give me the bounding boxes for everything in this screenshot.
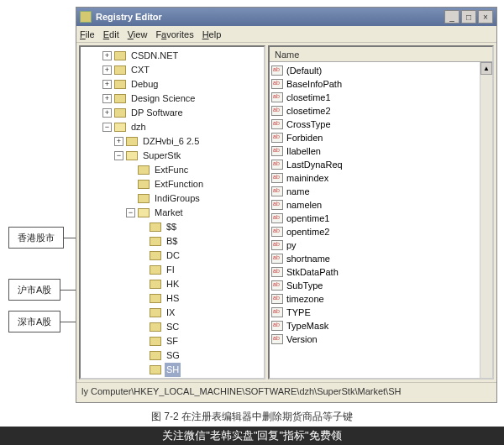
tree-node-HS[interactable]: HS	[82, 291, 264, 306]
list-item[interactable]: namelen	[271, 198, 491, 212]
tree-label: SZ	[165, 377, 180, 380]
tree-label: ExtFunc	[153, 163, 190, 177]
value-icon	[271, 186, 283, 196]
tree-node-SH[interactable]: SH	[82, 363, 264, 377]
tree-node-ExtFunc[interactable]: ExtFunc	[82, 163, 264, 177]
scrollbar-vertical[interactable]: ▲	[480, 62, 492, 378]
value-name: namelen	[286, 200, 322, 210]
list-pane: Name (Default)BaseInfoPathclosetime1clos…	[268, 45, 494, 380]
tree-node-SZ[interactable]: SZ	[82, 377, 264, 380]
menu-help[interactable]: Help	[202, 29, 222, 39]
list-item[interactable]: py	[271, 238, 491, 252]
value-icon	[271, 334, 283, 344]
value-name: opentime2	[286, 227, 329, 237]
value-name: SubType	[286, 280, 323, 291]
tree-node-SG[interactable]: SG	[82, 348, 264, 363]
list-item[interactable]: timezone	[271, 292, 491, 306]
list-item[interactable]: closetime1	[271, 91, 491, 104]
folder-icon	[114, 65, 126, 75]
close-button[interactable]: ×	[478, 10, 493, 24]
tree-node-IndiGroups[interactable]: IndiGroups	[82, 191, 264, 206]
list-item[interactable]: LastDynaReq	[271, 158, 491, 171]
value-name: TYPE	[286, 307, 311, 317]
list-item[interactable]: closetime2	[271, 104, 491, 118]
list-item[interactable]: Ilabellen	[271, 144, 491, 158]
tree-node-CSDNNET[interactable]: +CSDN.NET	[82, 49, 264, 63]
value-name: Forbiden	[286, 133, 323, 143]
folder-icon	[114, 123, 126, 132]
folder-icon	[150, 308, 161, 317]
folder-icon	[150, 365, 161, 374]
tree-node-ExtFunction[interactable]: ExtFunction	[82, 177, 264, 191]
list-item[interactable]: Forbiden	[271, 131, 491, 144]
tree-label: SF	[165, 334, 180, 348]
list-item[interactable]: TYPE	[271, 306, 491, 319]
figure-caption: 图 7-2 在注册表编辑器中删除期货商品等子键	[0, 410, 504, 424]
tree-node-DZHvbi625[interactable]: +DZHvbi_6 2.5	[82, 134, 264, 149]
folder-icon	[150, 294, 161, 303]
value-name: timezone	[286, 294, 324, 304]
folder-icon	[150, 222, 161, 232]
tree-label: FI	[165, 263, 176, 277]
list-item[interactable]: Version	[271, 332, 491, 346]
menu-favorites[interactable]: Favorites	[155, 29, 193, 39]
value-icon	[271, 294, 283, 304]
folder-icon	[138, 208, 150, 217]
list-item[interactable]: (Default)	[271, 64, 491, 77]
tree-node-Debug[interactable]: +Debug	[82, 77, 264, 92]
tree-label: IndiGroups	[153, 191, 202, 206]
value-icon	[271, 106, 283, 116]
value-icon	[271, 146, 283, 156]
window-title: Registry Editor	[96, 12, 444, 22]
registry-editor-window: Registry Editor _ □ × File Edit View Fav…	[76, 7, 497, 403]
tree-node-IX[interactable]: IX	[82, 306, 264, 320]
list-item[interactable]: mainindex	[271, 171, 491, 185]
tree-node-FI[interactable]: FI	[82, 263, 264, 277]
menu-edit[interactable]: Edit	[103, 29, 119, 39]
tree-node-B[interactable]: B$	[82, 234, 264, 249]
tree-node-DPSoftware[interactable]: +DP Software	[82, 106, 264, 120]
menu-view[interactable]: View	[128, 29, 148, 39]
folder-icon	[150, 351, 161, 360]
tree-node-Market[interactable]: −Market	[82, 206, 264, 220]
tree-label: B$	[165, 234, 179, 249]
tree-node-SC[interactable]: SC	[82, 320, 264, 334]
list-item[interactable]: StkDataPath	[271, 265, 491, 279]
tree-node-CXT[interactable]: +CXT	[82, 63, 264, 77]
tree-label: ExtFunction	[153, 177, 205, 191]
list-item[interactable]: TypeMask	[271, 319, 491, 332]
maximize-button[interactable]: □	[461, 10, 476, 24]
tree-node-[interactable]: $$	[82, 220, 264, 234]
tree-label: dzh	[129, 120, 148, 134]
menubar: File Edit View Favorites Help	[76, 26, 496, 43]
minimize-button[interactable]: _	[444, 10, 459, 24]
tree-node-DesignScience[interactable]: +Design Science	[82, 92, 264, 106]
tree-node-DC[interactable]: DC	[82, 249, 264, 263]
tree-node-SF[interactable]: SF	[82, 334, 264, 348]
list-item[interactable]: opentime2	[271, 225, 491, 238]
tree-node-dzh[interactable]: −dzh	[82, 120, 264, 134]
menu-file[interactable]: File	[80, 29, 95, 39]
tree-node-HK[interactable]: HK	[82, 277, 264, 291]
list-item[interactable]: name	[271, 185, 491, 198]
tree-node-SuperStk[interactable]: −SuperStk	[82, 149, 264, 163]
list-header-name[interactable]: Name	[270, 47, 492, 62]
value-name: name	[286, 186, 310, 196]
value-name: StkDataPath	[286, 267, 339, 277]
list-item[interactable]: CrossType	[271, 118, 491, 131]
list-item[interactable]: opentime1	[271, 212, 491, 225]
tree-label: SC	[165, 320, 181, 334]
value-icon	[271, 200, 283, 210]
value-name: LastDynaReq	[286, 160, 343, 170]
list-item[interactable]: SubType	[271, 279, 491, 292]
value-icon	[271, 92, 283, 102]
callout-hk: 香港股市	[8, 227, 64, 249]
tree-label: HS	[165, 291, 181, 306]
folder-icon	[138, 194, 150, 203]
list-item[interactable]: BaseInfoPath	[271, 77, 491, 91]
folder-icon	[150, 322, 161, 332]
scroll-up-button[interactable]: ▲	[480, 62, 492, 75]
folder-icon	[126, 151, 138, 160]
list-item[interactable]: shortname	[271, 252, 491, 265]
tree-label: CXT	[129, 63, 151, 77]
